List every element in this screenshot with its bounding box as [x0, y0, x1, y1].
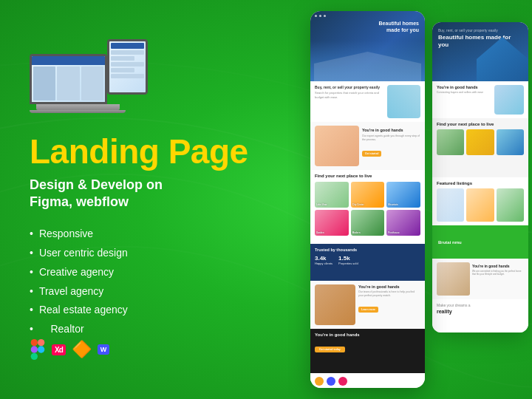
- ph-grid-label-0: Lake View: [316, 203, 327, 206]
- ph-grid-item-4: Modern: [351, 210, 385, 236]
- ps-section1: You're in good hands Connecting buyers a…: [432, 81, 528, 118]
- laptop-screen-inner: [32, 56, 105, 102]
- ph-grid-item-1: City Center: [351, 182, 385, 208]
- tool-icons-row: Xd 🔶 W: [30, 339, 266, 360]
- laptop-bottom: [30, 110, 126, 113]
- ps-section4-image: [437, 262, 470, 296]
- ps-section4-row: You're in good hands We are committed to…: [437, 262, 524, 296]
- ph-section2-title: Buy, rent, or sell your property easily: [315, 85, 384, 89]
- feature-item: Travel agency: [30, 282, 266, 301]
- ph-section4: Find your next place to live Lake View C…: [310, 170, 425, 244]
- ph-nav-dot: [324, 15, 326, 17]
- ph-hero-section: Beautiful homes made for you: [310, 11, 425, 81]
- ph-section2-sub: Search for properties that match your cr…: [315, 91, 384, 99]
- ph-grid-label-1: City Center: [352, 203, 364, 206]
- feature-item: Real estate agency: [30, 301, 266, 320]
- ps-section4-text: You're in good hands We are committed to…: [472, 262, 524, 296]
- feature-item: User centric design: [30, 244, 266, 263]
- laptop-base: [36, 104, 120, 110]
- ps-section1-image: [494, 85, 524, 115]
- ph-nav-dot: [315, 15, 317, 17]
- ps-hero-section: Buy, rent, or sell your property easily …: [432, 22, 528, 81]
- svg-rect-3: [31, 353, 38, 360]
- ps-section5-title: reality: [437, 309, 524, 314]
- laptop-content: [32, 65, 105, 102]
- ps-section2: Find your next place to live: [432, 118, 528, 177]
- ph-grid-label-5: Penthouse: [388, 231, 399, 234]
- ph-stats-row: 3.4k Happy clients 1.5k Properties sold: [315, 255, 420, 265]
- phone-second: Buy, rent, or sell your property easily …: [432, 22, 528, 332]
- device-mockup: [30, 39, 148, 120]
- feature-item: Realtor: [30, 320, 266, 339]
- ph-section7-title: You're in good hands: [315, 332, 420, 337]
- ph-cta-button[interactable]: Get started: [362, 151, 381, 157]
- svg-rect-1: [38, 339, 44, 346]
- ph-section5-title: Trusted by thousands: [315, 248, 420, 252]
- xd-icon: Xd: [52, 344, 66, 355]
- right-section: Buy, rent, or sell your property easily …: [288, 0, 532, 399]
- ps-hero-label: Buy, rent, or sell your property easily: [438, 28, 522, 33]
- tablet-nav-bar: [111, 43, 144, 49]
- ps-section3: Featured listings: [432, 177, 528, 225]
- ph-cta-button2[interactable]: Learn more: [358, 307, 378, 313]
- svg-rect-0: [31, 339, 38, 346]
- sketch-icon: 🔶: [72, 340, 92, 359]
- laptop-col: [81, 66, 103, 100]
- ph-section5: Trusted by thousands 3.4k Happy clients …: [310, 244, 425, 281]
- ps-section2-title: Find your next place to live: [437, 122, 524, 126]
- ph-section7: You're in good hands Get started today: [310, 329, 425, 373]
- ph-section3-image: [315, 126, 359, 166]
- ph-section4-title: Find your next place to live: [315, 174, 420, 178]
- ph-grid-item-3: Garden: [315, 210, 349, 236]
- ph-stat-2: 1.5k Properties sold: [338, 255, 358, 265]
- ps-section4-sub: We are committed to finding you the perf…: [472, 270, 524, 276]
- phone-main: Beautiful homes made for you Buy, rent, …: [310, 11, 425, 388]
- ph-section6-title: You're in good hands: [358, 284, 420, 289]
- feature-label: Realtor: [50, 323, 83, 335]
- laptop-screen: [30, 54, 107, 104]
- ph-grid-item-5: Penthouse: [386, 210, 420, 236]
- ph-section6-image: [315, 284, 355, 325]
- ph-stat-2-num: 1.5k: [338, 255, 358, 262]
- ph-dark-cta-button[interactable]: Get started today: [315, 347, 345, 352]
- ps-section5: Make your dreams a reality: [432, 299, 528, 332]
- ps-grid: [437, 129, 524, 155]
- ph-stat-2-label: Properties sold: [338, 262, 358, 265]
- ps-section1-text: You're in good hands Connecting buyers a…: [437, 85, 492, 115]
- ps-section4-title: You're in good hands: [472, 264, 524, 268]
- svg-point-4: [38, 347, 44, 353]
- laptop-col: [33, 66, 55, 100]
- laptop-device: [30, 54, 126, 120]
- ps-green-title: Brutai nmu: [438, 240, 462, 245]
- ps-card: [437, 188, 464, 222]
- ph-grid-label-3: Garden: [316, 231, 324, 234]
- feature-item: Responsive: [30, 225, 266, 244]
- svg-rect-2: [31, 347, 38, 353]
- ph-avatar-2: [327, 377, 335, 386]
- left-content: Landing Page Design & Develop on Figma, …: [30, 0, 266, 399]
- ps-grid-item: [466, 129, 494, 155]
- ph-stat-1: 3.4k Happy clients: [315, 255, 332, 265]
- ps-section1-title: You're in good hands: [437, 85, 492, 89]
- laptop-nav-bar: [32, 56, 105, 65]
- ph-section8: [310, 373, 425, 388]
- ph-avatar-1: [315, 377, 324, 386]
- ph-hero-nav: [310, 15, 425, 17]
- ph-section6: You're in good hands Our team of profess…: [310, 281, 425, 329]
- feature-item: Creative agency: [30, 263, 266, 282]
- ph-grid-item-2: Mountain: [386, 182, 420, 208]
- ph-grid-label-2: Mountain: [388, 203, 398, 206]
- ph-nav-dots: [315, 15, 326, 17]
- ph-section3-text: You're in good hands Our expert agents g…: [362, 126, 420, 166]
- ps-card: [497, 188, 524, 222]
- ph-nav-dot: [319, 15, 321, 17]
- ph-hero-title: Beautiful homes made for you: [379, 21, 419, 33]
- ph-hero-house: [310, 41, 425, 81]
- ph-section2-image-inner: [387, 85, 420, 118]
- ph-section3-title: You're in good hands: [362, 128, 420, 132]
- laptop-col: [57, 66, 79, 100]
- ps-section3-title: Featured listings: [437, 181, 524, 185]
- ph-grid-label-4: Modern: [352, 231, 361, 234]
- ph-section3-desc: Our expert agents guide you through ever…: [362, 134, 420, 142]
- main-title: Landing Page: [30, 134, 266, 169]
